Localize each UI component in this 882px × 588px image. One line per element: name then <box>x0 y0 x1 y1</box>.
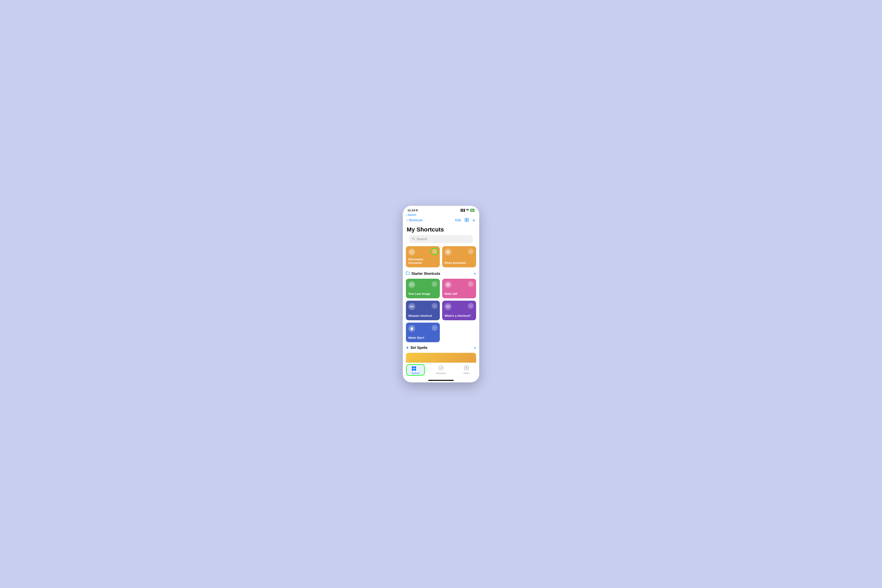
main-content: My Shortcuts Search <box>403 225 479 363</box>
nav-back-label: Shortcuts <box>409 218 423 222</box>
phone-frame: 11:14 ⊟ ▐▐▐ 82 ‹ Search <box>403 206 479 382</box>
svg-rect-12 <box>412 366 414 368</box>
grid-view-button[interactable] <box>465 218 469 223</box>
shortcuts-back-button[interactable]: ‹ Shortcuts <box>407 218 423 222</box>
shortcut-card-make-gif[interactable]: ··· Make GIF <box>442 279 476 298</box>
status-icons: ▐▐▐ 82 <box>460 208 474 212</box>
battery-indicator: 82 <box>470 209 474 212</box>
card-top: ··· <box>444 281 474 288</box>
card-top: ··· <box>444 249 474 256</box>
shazam-label: Shazam shortcut <box>408 314 438 318</box>
tab-shortcuts-active-indicator: Shortcuts <box>407 365 424 375</box>
page-title: My Shortcuts <box>406 225 476 235</box>
automation-tab-icon <box>438 365 444 372</box>
tab-gallery[interactable]: Gallery <box>454 365 479 374</box>
back-button[interactable]: ‹ Search <box>406 213 416 217</box>
time-display: 11:14 <box>408 208 415 212</box>
shortcuts-tab-label: Shortcuts <box>411 372 420 374</box>
wifi-icon <box>466 208 469 212</box>
gallery-tab-label: Gallery <box>464 372 470 374</box>
battery-level: 82 <box>471 209 474 212</box>
back-label: Search <box>408 213 416 216</box>
top-nav: ‹ Shortcuts Edit + <box>403 217 479 225</box>
shortcuts-tab-icon <box>411 366 420 372</box>
card-top: ··· <box>408 325 438 332</box>
svg-point-16 <box>439 366 443 370</box>
shortcut-card-microwave-converter[interactable]: ··· MicrowaveConverter <box>406 246 440 267</box>
siri-sparkle-icon: ✦ <box>406 346 409 350</box>
make-gif-label: Make GIF <box>444 292 474 296</box>
siri-header-left: ✦ Siri Spells <box>406 346 428 350</box>
tab-automation[interactable]: Automation <box>428 365 454 374</box>
siri-spells-label: Siri Spells <box>410 346 428 350</box>
svg-rect-15 <box>414 369 416 370</box>
shortcut-card-pizza-assistant[interactable]: ··· Pizza Assistant <box>442 246 476 267</box>
tab-bar: Shortcuts Automation Gallery <box>403 363 479 379</box>
siri-spells-preview-card[interactable] <box>406 353 476 363</box>
waveform-icon <box>408 303 416 310</box>
svg-rect-1 <box>467 218 468 220</box>
whats-shortcut-label: What's a shortcut? <box>444 314 474 318</box>
nav-right-actions: Edit + <box>455 218 475 223</box>
card-top: ··· <box>408 249 438 256</box>
search-bar[interactable]: Search <box>409 235 473 243</box>
nav-chevron-icon: ‹ <box>407 218 408 222</box>
microwave-converter-label: MicrowaveConverter <box>408 258 438 265</box>
starter-shortcuts-label: Starter Shortcuts <box>411 272 440 276</box>
my-shortcuts-grid: ··· MicrowaveConverter ·· <box>406 246 476 267</box>
siri-spells-header: ✦ Siri Spells + <box>406 345 476 351</box>
svg-point-8 <box>448 252 448 252</box>
layers-icon <box>444 303 452 310</box>
pizza-assistant-label: Pizza Assistant <box>444 261 474 265</box>
status-bar: 11:14 ⊟ ▐▐▐ 82 <box>403 206 479 213</box>
search-placeholder: Search <box>417 237 427 241</box>
folder-icon <box>406 272 410 276</box>
add-siri-spells-button[interactable]: + <box>474 345 476 351</box>
card-top: ··· <box>444 303 474 310</box>
shazam-more-button[interactable]: ··· <box>432 303 438 309</box>
water-eject-label: Water Eject <box>408 336 438 339</box>
svg-rect-2 <box>465 220 466 222</box>
microwave-more-button[interactable]: ··· <box>432 249 438 254</box>
svg-rect-0 <box>465 218 466 220</box>
home-indicator <box>428 380 454 381</box>
pizza-more-button[interactable]: ··· <box>468 249 474 254</box>
status-time: 11:14 ⊟ <box>408 208 418 212</box>
card-top: ··· <box>408 281 438 288</box>
siri-spells-section: ✦ Siri Spells + <box>406 345 476 363</box>
target-icon <box>444 249 452 256</box>
water-eject-more-button[interactable]: ··· <box>432 325 438 331</box>
text-last-image-label: Text Last Image <box>408 292 438 296</box>
search-icon <box>412 237 415 241</box>
water-drop-icon <box>408 325 416 332</box>
lock-icon: ⊟ <box>416 209 418 212</box>
edit-button[interactable]: Edit <box>455 218 461 222</box>
back-chevron-icon: ‹ <box>406 213 407 217</box>
make-gif-more-button[interactable]: ··· <box>468 281 474 287</box>
automation-tab-label: Automation <box>436 372 446 374</box>
card-top: ··· <box>408 303 438 310</box>
add-starter-shortcut-button[interactable]: + <box>474 271 476 276</box>
starter-shortcuts-grid: ··· Text Last Image <box>406 279 476 342</box>
tab-shortcuts[interactable]: Shortcuts <box>403 365 428 375</box>
clock-icon <box>408 249 416 256</box>
svg-rect-13 <box>414 366 416 368</box>
svg-rect-3 <box>467 220 468 222</box>
image-stack-icon <box>444 281 452 288</box>
signal-bars-icon: ▐▐▐ <box>460 209 465 212</box>
shortcut-card-water-eject[interactable]: ··· Water Eject <box>406 322 440 342</box>
starter-shortcuts-header: Starter Shortcuts + <box>406 271 476 276</box>
chat-plus-icon <box>408 281 416 288</box>
svg-point-11 <box>448 284 449 285</box>
shortcut-card-shazam[interactable]: ··· Shazam shortcut <box>406 301 440 320</box>
text-last-image-more-button[interactable]: ··· <box>432 281 438 287</box>
add-shortcut-button[interactable]: + <box>472 218 475 223</box>
shortcut-card-text-last-image[interactable]: ··· Text Last Image <box>406 279 440 298</box>
whats-shortcut-more-button[interactable]: ··· <box>468 303 474 309</box>
shortcut-card-whats-shortcut[interactable]: ··· What's a shortcut? <box>442 301 476 320</box>
section-title-left: Starter Shortcuts <box>406 272 440 276</box>
back-navigation: ‹ Search <box>403 213 479 217</box>
svg-rect-14 <box>412 369 414 370</box>
gallery-tab-icon <box>464 365 469 372</box>
